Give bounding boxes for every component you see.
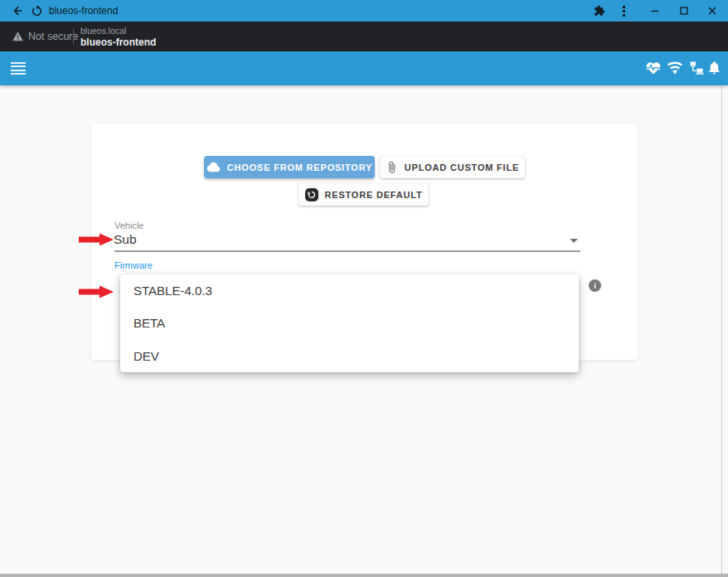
window-right-border [721, 85, 722, 574]
browser-menu-dots-icon[interactable] [616, 3, 631, 18]
wifi-icon[interactable] [667, 60, 683, 76]
app-toolbar [0, 51, 728, 85]
vehicle-field-underline [114, 250, 580, 252]
restore-default-label: RESTORE DEFAULT [325, 190, 423, 200]
origin-divider [73, 28, 74, 45]
origin-host: blueos.local [80, 25, 126, 36]
cloud-icon [206, 160, 221, 174]
menu-item-dev[interactable]: DEV [120, 340, 579, 372]
firmware-dropdown-menu: STABLE-4.0.3 BETA DEV [120, 274, 579, 372]
reload-icon[interactable] [29, 3, 44, 18]
choose-from-repository-button[interactable]: CHOOSE FROM REPOSITORY [204, 156, 375, 178]
menu-item-beta[interactable]: BETA [120, 307, 579, 339]
vehicle-dropdown-caret-icon[interactable] [570, 239, 578, 243]
minimize-button[interactable] [648, 3, 662, 18]
app-window: blueos-frontend Not secure blueos.local … [0, 0, 728, 577]
info-icon[interactable]: i [589, 279, 601, 292]
origin-app-name: blueos-frontend [80, 36, 156, 49]
firmware-field-label: Firmware [114, 260, 153, 270]
paperclip-icon [386, 161, 398, 173]
close-button[interactable] [705, 3, 720, 18]
annotation-arrow-vehicle [79, 233, 114, 250]
extensions-puzzle-icon[interactable] [592, 3, 607, 18]
window-title: blueos-frontend [49, 0, 118, 22]
annotation-arrow-firmware [79, 285, 114, 302]
window-bottom-border [0, 574, 728, 577]
choose-from-repository-label: CHOOSE FROM REPOSITORY [227, 162, 372, 172]
restore-default-button[interactable]: RESTORE DEFAULT [298, 183, 429, 206]
menu-hamburger-icon[interactable] [11, 62, 26, 75]
notifications-bell-icon[interactable] [706, 60, 723, 76]
upload-custom-file-label: UPLOAD CUSTOM FILE [405, 162, 519, 172]
security-warning-icon[interactable] [12, 31, 24, 42]
upload-custom-file-button[interactable]: UPLOAD CUSTOM FILE [380, 156, 525, 178]
not-secure-label[interactable]: Not secure [28, 22, 78, 51]
network-lan-icon[interactable] [688, 60, 705, 76]
maximize-button[interactable] [677, 3, 692, 18]
window-titlebar: blueos-frontend [0, 0, 728, 22]
vehicle-field-label: Vehicle [114, 221, 143, 230]
origin-info-bar: Not secure blueos.local blueos-frontend [0, 22, 728, 51]
heart-pulse-icon[interactable] [645, 60, 662, 76]
vehicle-select[interactable]: Sub [114, 232, 137, 247]
back-icon[interactable] [10, 3, 25, 18]
restore-icon [305, 188, 318, 201]
menu-item-stable[interactable]: STABLE-4.0.3 [120, 274, 579, 307]
